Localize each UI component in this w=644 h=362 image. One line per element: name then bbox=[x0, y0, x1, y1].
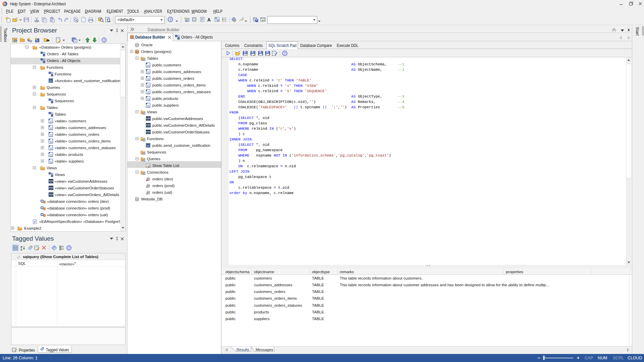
svg-text:Z: Z bbox=[20, 248, 22, 250]
svg-text:?: ? bbox=[170, 18, 171, 21]
svg-text:?: ? bbox=[68, 246, 70, 250]
svg-text:fx: fx bbox=[147, 144, 149, 147]
svg-text:fx: fx bbox=[50, 79, 52, 82]
svg-text:?: ? bbox=[103, 39, 105, 42]
svg-text:?: ? bbox=[284, 52, 286, 55]
